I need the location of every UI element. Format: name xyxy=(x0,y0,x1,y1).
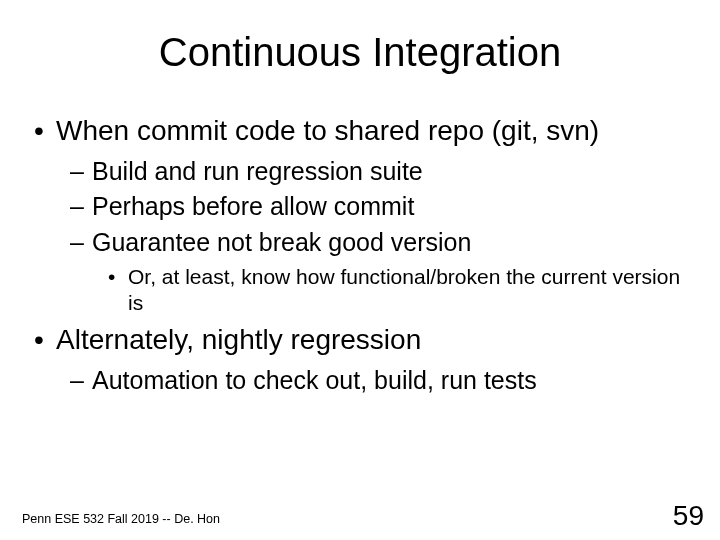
bullet-text: Alternately, nightly regression xyxy=(56,324,421,355)
sub-sub-bullet-list: Or, at least, know how functional/broken… xyxy=(92,264,690,317)
sub-bullet-item: Guarantee not break good version Or, at … xyxy=(92,227,690,317)
sub-bullet-text: Guarantee not break good version xyxy=(92,228,471,256)
sub-sub-bullet-text: Or, at least, know how functional/broken… xyxy=(128,265,680,314)
slide: Continuous Integration When commit code … xyxy=(0,0,720,540)
bullet-item: Alternately, nightly regression Automati… xyxy=(56,322,690,396)
bullet-text: When commit code to shared repo (git, sv… xyxy=(56,115,599,146)
sub-sub-bullet-item: Or, at least, know how functional/broken… xyxy=(128,264,690,317)
sub-bullet-item: Automation to check out, build, run test… xyxy=(92,365,690,396)
sub-bullet-list: Build and run regression suite Perhaps b… xyxy=(56,156,690,316)
slide-title: Continuous Integration xyxy=(30,30,690,75)
footer-text: Penn ESE 532 Fall 2019 -- De. Hon xyxy=(22,512,220,526)
page-number: 59 xyxy=(673,500,704,532)
sub-bullet-text: Perhaps before allow commit xyxy=(92,192,414,220)
sub-bullet-item: Perhaps before allow commit xyxy=(92,191,690,222)
bullet-list: When commit code to shared repo (git, sv… xyxy=(30,113,690,397)
sub-bullet-text: Build and run regression suite xyxy=(92,157,423,185)
sub-bullet-text: Automation to check out, build, run test… xyxy=(92,366,537,394)
sub-bullet-list: Automation to check out, build, run test… xyxy=(56,365,690,396)
sub-bullet-item: Build and run regression suite xyxy=(92,156,690,187)
bullet-item: When commit code to shared repo (git, sv… xyxy=(56,113,690,316)
